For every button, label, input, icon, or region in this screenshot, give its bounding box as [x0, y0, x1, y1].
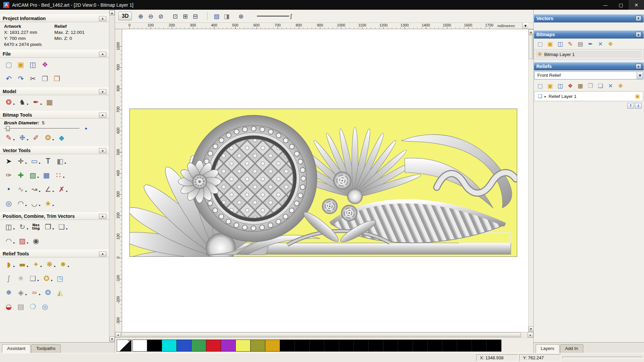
array-copy-icon[interactable]: ∷ — [53, 170, 65, 181]
paint-selective-menu-arrow[interactable]: ▸ — [27, 138, 29, 141]
tab-layers[interactable]: Layers — [536, 344, 559, 353]
tab-assistant[interactable]: Assistant — [2, 344, 31, 353]
relief-selector[interactable]: Front Relief ▼ — [534, 71, 643, 79]
reliefs-collapse-button[interactable]: ▲ — [636, 64, 641, 69]
measure-icon[interactable]: ✚ — [15, 170, 27, 181]
palette-swatch-12[interactable] — [310, 340, 324, 352]
convert-text-menu-arrow[interactable]: ▸ — [38, 175, 39, 179]
canvas-scroll-down-button[interactable]: ▼ — [529, 326, 534, 331]
extrude-icon[interactable]: ◈ — [15, 287, 27, 298]
zoom-selection-icon[interactable]: ⊟ — [190, 11, 200, 21]
palette-swatch-10[interactable] — [280, 340, 295, 352]
offset-relief-menu-arrow[interactable]: ▸ — [38, 279, 39, 282]
greyscale-bitmap-icon[interactable]: ▤ — [575, 39, 585, 48]
align-vectors-menu-arrow[interactable]: ▸ — [13, 227, 15, 230]
emboss-wizard-icon[interactable]: ✸ — [57, 259, 69, 270]
relief-calculator-icon[interactable]: ▦ — [575, 81, 585, 90]
palette-swatch-15[interactable] — [354, 340, 369, 352]
cut-icon[interactable]: ✂ — [27, 73, 39, 84]
bitmap-layer-row[interactable]: ❉ Bitmap Layer 1 — [535, 50, 642, 58]
create-point-icon[interactable]: • — [3, 184, 15, 195]
offset-relief-icon[interactable]: ❏ — [27, 273, 39, 284]
edit-colours-menu-arrow[interactable]: ▸ — [53, 138, 54, 141]
save-bitmap-icon[interactable]: ◫ — [555, 39, 565, 48]
vertical-scroll-thumb[interactable] — [529, 35, 533, 59]
bitmap-text-icon[interactable]: ✒ — [585, 39, 595, 48]
set-model-size-icon[interactable]: ❂ — [3, 97, 15, 108]
weld-vectors-icon[interactable]: ▨ — [16, 235, 29, 247]
move-layer-up-button[interactable]: ↑ — [627, 103, 634, 109]
turn-menu-arrow[interactable]: ▸ — [39, 293, 41, 296]
import-model-icon[interactable]: ❖ — [39, 59, 51, 70]
create-star-menu-arrow[interactable]: ▸ — [53, 203, 54, 207]
preview-zoom-icon[interactable]: ⊛ — [236, 11, 246, 21]
knife-trim-icon[interactable]: ✗ — [56, 184, 68, 195]
scroll-right-button[interactable]: ▸ — [528, 332, 533, 338]
transform-vectors-icon[interactable]: ✛ — [15, 156, 27, 167]
bitmap-tools-collapse-button[interactable]: ▲ — [99, 113, 106, 118]
save-file-icon[interactable]: ◫ — [27, 59, 39, 70]
sculpting-icon[interactable]: ✦ — [30, 259, 42, 270]
bitmaps-collapse-button[interactable]: ▲ — [636, 32, 641, 37]
ruler-units-dropdown-button[interactable]: ▼ — [522, 23, 528, 29]
tab-toolpaths[interactable]: Toolpaths — [31, 344, 61, 353]
palette-swatch-8[interactable] — [251, 340, 265, 352]
undo-icon[interactable]: ↶ — [3, 73, 15, 84]
greyscale-preview-icon[interactable]: ▦ — [44, 97, 56, 108]
paste-icon[interactable]: ❒ — [51, 73, 63, 84]
relief-layer-options-icon[interactable]: ▣ — [635, 93, 640, 99]
bezier-curve-menu-arrow[interactable]: ▸ — [39, 189, 41, 193]
select-vectors-icon[interactable]: ➤ — [3, 156, 15, 167]
vector-grid-icon[interactable]: ▦ — [41, 170, 53, 181]
shape-editor-icon[interactable]: ◗ — [3, 259, 15, 270]
group-vectors-menu-arrow[interactable]: ▸ — [66, 227, 68, 230]
palette-swatch-21[interactable] — [442, 340, 457, 352]
model-lighting-icon[interactable]: ♞ — [16, 97, 29, 108]
model-notes-icon[interactable]: ✒ — [30, 97, 42, 108]
new-bitmap-icon[interactable]: ▢ — [535, 39, 545, 48]
close-button[interactable]: ✕ — [629, 0, 644, 10]
mirror-vectors-icon[interactable]: ◧ — [54, 156, 66, 167]
spiral-icon[interactable]: ◉ — [30, 235, 42, 247]
texture-relief-icon[interactable]: ❋ — [44, 259, 56, 270]
horizontal-ruler[interactable]: millimetres 0100200300400500600700800900… — [115, 23, 522, 29]
smooth-relief-icon[interactable]: ▬ — [16, 259, 29, 270]
palette-swatch-1[interactable] — [147, 340, 162, 352]
vectors-panel-menu-button[interactable]: ▼ — [636, 16, 641, 21]
create-rectangle-menu-arrow[interactable]: ▸ — [39, 161, 41, 165]
palette-swatch-24[interactable] — [487, 340, 501, 352]
palette-swatch-0[interactable] — [132, 340, 147, 352]
align-vectors-icon[interactable]: ◫ — [3, 221, 15, 233]
node-editing-icon[interactable]: ✑ — [3, 170, 15, 181]
smooth-relief-menu-arrow[interactable]: ▸ — [27, 264, 29, 268]
sculpting-menu-arrow[interactable]: ▸ — [41, 264, 42, 268]
palette-swatch-16[interactable] — [369, 340, 383, 352]
freehand-curve-menu-arrow[interactable]: ▸ — [25, 189, 27, 193]
copy-icon[interactable]: ❐ — [39, 73, 51, 84]
create-ellipse-icon[interactable]: ◎ — [3, 198, 15, 209]
assistant-panel-scrollbar[interactable]: ▲ ▼ — [109, 10, 115, 342]
interactive-sculpting-icon[interactable]: ◒ — [3, 301, 15, 312]
new-model-icon[interactable]: ▢ — [3, 59, 15, 70]
brush-diameter-slider[interactable] — [4, 128, 79, 129]
open-bitmap-icon[interactable]: ▣ — [545, 39, 555, 48]
paste-along-curve-menu-arrow[interactable]: ▸ — [27, 227, 29, 230]
group-vectors-icon[interactable]: ❑ — [56, 221, 68, 233]
zoom-out-icon[interactable]: ⊖ — [146, 11, 156, 21]
horizontal-scroll-thumb[interactable] — [121, 333, 521, 337]
palette-swatch-13[interactable] — [324, 340, 339, 352]
set-model-size-menu-arrow[interactable]: ▸ — [13, 102, 15, 106]
vertical-ruler[interactable]: 10009008007006005004003002001000-100-200… — [115, 29, 122, 332]
palette-swatch-2[interactable] — [162, 340, 177, 352]
smoothing-icon[interactable]: ∫ — [3, 273, 15, 284]
maximize-button[interactable]: ▢ — [613, 0, 629, 10]
panel-scroll-up-button[interactable]: ▲ — [110, 10, 115, 15]
horizontal-scrollbar[interactable]: ◂ ▸ — [115, 332, 533, 338]
relief-layer-row[interactable]: ❏ ▸ Relief Layer 1 ▣ — [535, 92, 642, 100]
stamp-relief-menu-arrow[interactable]: ▸ — [51, 279, 53, 282]
vertical-scrollbar[interactable]: ▲ ▼ — [528, 29, 533, 332]
shape-editor-menu-arrow[interactable]: ▸ — [13, 264, 15, 268]
primary-colour-swatch[interactable] — [117, 340, 131, 352]
palette-swatch-23[interactable] — [472, 340, 487, 352]
wave-distortion-icon[interactable]: ❍ — [27, 301, 39, 312]
